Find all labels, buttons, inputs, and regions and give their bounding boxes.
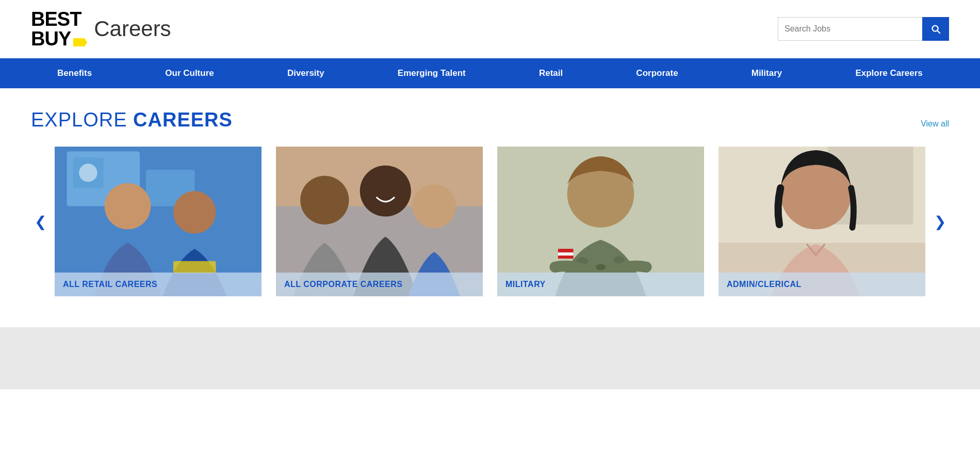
main-content: EXPLORE CAREERS View all ❮ <box>0 88 980 327</box>
carousel-next-button[interactable]: ❯ <box>930 212 949 231</box>
svg-rect-21 <box>558 252 573 256</box>
card-retail-label: ALL RETAIL CAREERS <box>63 280 157 289</box>
card-admin-label: ADMIN/CLERICAL <box>727 280 802 289</box>
card-retail[interactable]: ALL RETAIL CAREERS <box>55 147 262 296</box>
card-military-label: MILITARY <box>505 280 546 289</box>
nav-item-diversity[interactable]: Diversity <box>277 58 335 88</box>
svg-rect-7 <box>173 261 216 274</box>
card-military[interactable]: MILITARY <box>497 147 704 296</box>
nav-item-corporate[interactable]: Corporate <box>626 58 688 88</box>
nav-item-benefits[interactable]: Benefits <box>47 58 102 88</box>
logo-buy-row: BUY <box>31 29 85 49</box>
svg-rect-22 <box>558 256 573 259</box>
svg-rect-20 <box>558 249 573 252</box>
main-nav: Benefits Our Culture Diversity Emerging … <box>0 58 980 88</box>
card-corporate[interactable]: ALL CORPORATE CAREERS <box>276 147 483 296</box>
card-admin[interactable]: ADMIN/CLERICAL <box>718 147 925 296</box>
view-all-link[interactable]: View all <box>921 119 949 129</box>
carousel-cards: ALL RETAIL CAREERS <box>55 147 925 296</box>
svg-point-5 <box>105 183 151 230</box>
section-title-plain: EXPLORE <box>31 109 133 131</box>
logo-area: BEST BUY Careers <box>31 9 171 49</box>
logo-box: BEST BUY <box>31 9 85 49</box>
logo-tag-icon <box>73 38 85 46</box>
card-military-label-bar: MILITARY <box>497 273 704 296</box>
logo-buy-text: BUY <box>31 29 71 49</box>
svg-point-10 <box>300 176 349 225</box>
svg-point-12 <box>412 184 456 228</box>
nav-item-our-culture[interactable]: Our Culture <box>155 58 224 88</box>
nav-item-emerging-talent[interactable]: Emerging Talent <box>387 58 476 88</box>
card-retail-label-bar: ALL RETAIL CAREERS <box>55 273 262 296</box>
footer-gray-area <box>0 327 980 389</box>
nav-item-military[interactable]: Military <box>741 58 793 88</box>
nav-item-explore-careers[interactable]: Explore Careers <box>845 58 933 88</box>
card-corporate-label-bar: ALL CORPORATE CAREERS <box>276 273 483 296</box>
search-icon <box>930 23 941 35</box>
svg-point-11 <box>360 165 411 216</box>
page-header: BEST BUY Careers <box>0 0 980 58</box>
search-button[interactable] <box>922 17 949 41</box>
svg-point-17 <box>596 264 606 270</box>
logo-careers-text: Careers <box>94 17 171 41</box>
search-input[interactable] <box>778 17 922 41</box>
careers-carousel: ❮ <box>31 147 949 296</box>
card-admin-label-bar: ADMIN/CLERICAL <box>718 273 925 296</box>
nav-item-retail[interactable]: Retail <box>529 58 573 88</box>
search-area <box>778 17 949 41</box>
logo-best-text: BEST <box>31 9 81 29</box>
svg-point-6 <box>173 191 216 234</box>
section-title: EXPLORE CAREERS <box>31 109 233 131</box>
svg-point-3 <box>79 164 97 182</box>
card-corporate-label: ALL CORPORATE CAREERS <box>284 280 402 289</box>
explore-heading: EXPLORE CAREERS View all <box>31 109 949 131</box>
carousel-prev-button[interactable]: ❮ <box>31 212 50 231</box>
section-title-bold: CAREERS <box>133 109 233 131</box>
